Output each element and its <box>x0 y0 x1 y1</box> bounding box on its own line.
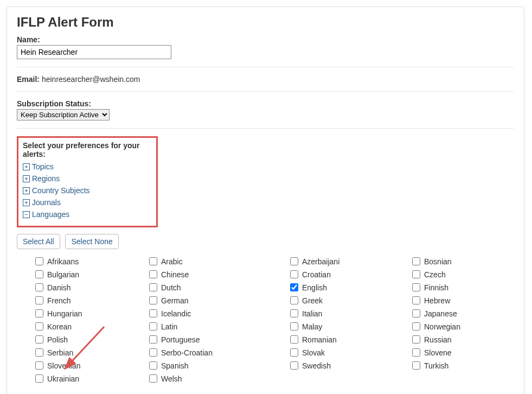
language-checkbox[interactable] <box>35 283 43 291</box>
plus-icon: + <box>23 175 30 182</box>
language-item[interactable]: Spanish <box>147 360 288 371</box>
language-checkbox[interactable] <box>149 296 157 304</box>
language-item[interactable]: Slovene <box>410 347 508 358</box>
language-label: Japanese <box>424 309 457 318</box>
language-checkbox[interactable] <box>35 322 43 331</box>
language-checkbox[interactable] <box>290 361 298 370</box>
language-item[interactable]: Romanian <box>288 334 410 345</box>
language-checkbox[interactable] <box>149 348 157 357</box>
plus-icon: + <box>23 199 30 206</box>
language-label: Bulgarian <box>47 270 79 279</box>
language-checkbox[interactable] <box>35 335 43 344</box>
language-item[interactable]: Serbian <box>33 347 147 358</box>
language-checkbox[interactable] <box>412 283 420 291</box>
language-checkbox[interactable] <box>412 361 420 370</box>
language-checkbox[interactable] <box>149 361 157 370</box>
language-checkbox[interactable] <box>412 348 420 357</box>
email-label: Email: <box>17 75 40 84</box>
language-checkbox[interactable] <box>290 309 298 317</box>
language-item[interactable]: Dutch <box>147 282 288 293</box>
pref-item-languages[interactable]: −Languages <box>23 208 152 220</box>
language-item[interactable]: Ukrainian <box>33 373 147 384</box>
email-field-row: Email: heinresearcher@wshein.com <box>17 75 514 84</box>
language-checkbox[interactable] <box>35 309 43 317</box>
language-item[interactable]: Norwegian <box>410 321 508 332</box>
pref-item-topics[interactable]: +Topics <box>23 161 152 173</box>
language-item[interactable]: Japanese <box>410 308 508 319</box>
language-item[interactable]: English <box>288 282 410 293</box>
language-item[interactable]: Bulgarian <box>33 269 147 280</box>
language-checkbox[interactable] <box>35 296 43 304</box>
language-checkbox[interactable] <box>290 270 298 278</box>
language-item[interactable]: Malay <box>288 321 410 332</box>
language-item[interactable]: Danish <box>33 282 147 293</box>
language-item[interactable]: Polish <box>33 334 147 345</box>
language-item[interactable]: German <box>147 295 288 306</box>
language-checkbox[interactable] <box>149 374 157 383</box>
language-item[interactable]: Turkish <box>410 360 508 371</box>
language-checkbox[interactable] <box>290 322 298 331</box>
language-item[interactable]: Finnish <box>410 282 508 293</box>
select-buttons-row: Select All Select None <box>17 234 514 249</box>
separator <box>17 67 514 67</box>
language-label: Arabic <box>161 257 183 266</box>
language-checkbox[interactable] <box>35 348 43 357</box>
language-item[interactable]: Greek <box>288 295 410 306</box>
language-checkbox[interactable] <box>412 257 420 265</box>
language-checkbox[interactable] <box>35 270 43 278</box>
language-checkbox[interactable] <box>412 270 420 278</box>
language-item[interactable]: Slovak <box>288 347 410 358</box>
language-checkbox[interactable] <box>290 257 298 265</box>
language-checkbox[interactable] <box>149 257 157 265</box>
language-label: Bosnian <box>424 257 452 266</box>
language-checkbox[interactable] <box>290 296 298 304</box>
language-item[interactable]: Hungarian <box>33 308 147 319</box>
pref-item-country-subjects[interactable]: +Country Subjects <box>23 185 152 196</box>
language-checkbox[interactable] <box>35 257 43 265</box>
language-checkbox[interactable] <box>149 309 157 317</box>
language-item[interactable]: Croatian <box>288 269 410 280</box>
language-item[interactable]: Russian <box>410 334 508 345</box>
language-checkbox[interactable] <box>412 335 420 344</box>
language-item[interactable]: Italian <box>288 308 410 319</box>
subscription-select[interactable]: Keep Subscription Active <box>17 109 110 120</box>
language-checkbox[interactable] <box>149 335 157 344</box>
language-item[interactable]: Portuguese <box>147 334 288 345</box>
language-item[interactable]: Azerbaijani <box>288 256 410 267</box>
name-input[interactable] <box>17 45 171 59</box>
language-checkbox[interactable] <box>35 361 43 370</box>
language-item[interactable]: Arabic <box>147 256 288 267</box>
pref-item-regions[interactable]: +Regions <box>23 173 152 185</box>
language-checkbox[interactable] <box>412 296 420 304</box>
language-label: Polish <box>47 335 68 344</box>
language-label: Malay <box>302 322 322 331</box>
pref-item-journals[interactable]: +Journals <box>23 196 152 208</box>
language-item[interactable]: Hebrew <box>410 295 508 306</box>
language-item[interactable]: French <box>33 295 147 306</box>
select-all-button[interactable]: Select All <box>17 234 60 249</box>
language-item[interactable]: Serbo-Croatian <box>147 347 288 358</box>
language-checkbox[interactable] <box>149 270 157 278</box>
language-checkbox[interactable] <box>412 309 420 317</box>
language-item[interactable]: Bosnian <box>410 256 508 267</box>
language-checkbox[interactable] <box>290 283 298 291</box>
language-item[interactable]: Chinese <box>147 269 288 280</box>
language-item[interactable]: Swedish <box>288 360 410 371</box>
language-item[interactable]: Korean <box>33 321 147 332</box>
language-label: Serbo-Croatian <box>161 348 213 357</box>
language-checkbox[interactable] <box>35 374 43 383</box>
language-checkbox[interactable] <box>412 322 420 331</box>
language-item[interactable]: Slovenian <box>33 360 147 371</box>
language-item[interactable]: Welsh <box>147 373 288 384</box>
language-item[interactable]: Icelandic <box>147 308 288 319</box>
language-item[interactable]: Latin <box>147 321 288 332</box>
language-checkbox[interactable] <box>290 348 298 357</box>
language-label: Dutch <box>161 283 181 292</box>
language-item[interactable]: Czech <box>410 269 508 280</box>
language-item[interactable]: Afrikaans <box>33 256 147 267</box>
language-checkbox[interactable] <box>149 322 157 331</box>
select-none-button[interactable]: Select None <box>65 234 118 249</box>
plus-icon: + <box>23 163 30 170</box>
language-checkbox[interactable] <box>149 283 157 291</box>
language-checkbox[interactable] <box>290 335 298 344</box>
